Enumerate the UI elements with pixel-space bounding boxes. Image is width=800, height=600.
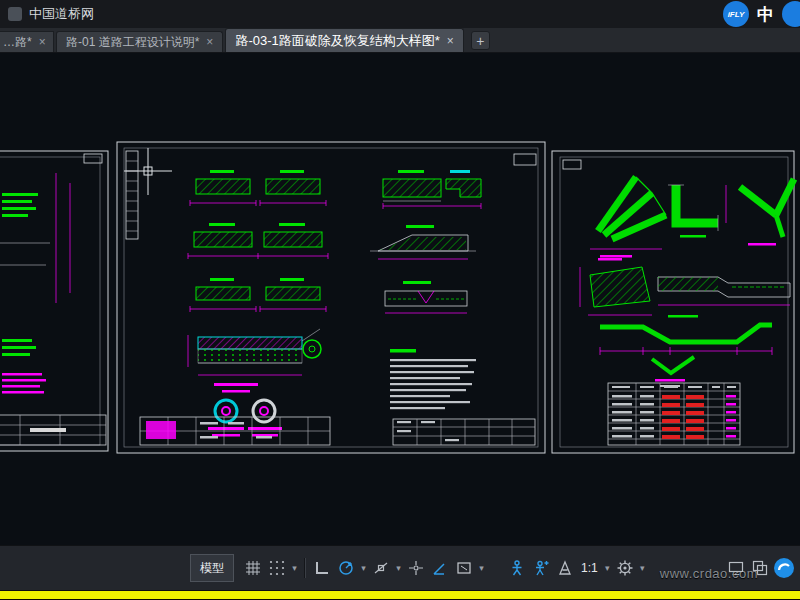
snap-dropdown-icon[interactable]: ▾ [289,563,300,573]
fan-corner-detail [590,177,666,258]
joint-wedge-detail [370,225,476,259]
dynamic-input-icon[interactable] [428,555,452,581]
pavement-section-detail [188,329,321,393]
tab-label: 路-01 道路工程设计说明* [66,34,199,51]
ifly-logo-text: iFLY [728,10,745,19]
drawing-sheet-left [0,151,108,451]
selection-dropdown-icon[interactable]: ▾ [476,563,487,573]
graphics-performance-icon[interactable] [772,555,796,581]
bottom-highlight-bar [0,591,800,600]
title-bar: 中国道桥网 iFLY 中 [0,0,800,28]
small-v-detail [652,357,694,387]
ifly-logo-icon[interactable]: iFLY [723,1,749,27]
tab-drawing-1[interactable]: …路* × [0,31,54,52]
ime-language-label: 中 [757,3,774,26]
polar-dropdown-icon[interactable]: ▾ [358,563,369,573]
drawing-sheet-right [552,151,794,453]
polar-tracking-icon[interactable] [334,555,358,581]
annotation-scale-button[interactable]: 1:1 [577,561,602,575]
cad-application-window: 中国道桥网 iFLY 中 …路* × 路-01 道路工程设计说明* × 路-03… [0,0,800,600]
tab-close-icon[interactable]: × [206,36,213,48]
watermark: www.crdao.com [660,566,758,581]
annotation-monitor-icon[interactable] [553,555,577,581]
snap-mode-icon[interactable] [265,555,289,581]
snap-tracking-icon[interactable] [404,555,428,581]
model-space-button[interactable]: 模型 [190,554,234,582]
cad-drawing [0,53,800,545]
stepped-slab-detail [658,277,790,305]
corner-band-detail [668,185,726,238]
file-tab-bar: …路* × 路-01 道路工程设计说明* × 路-03-1路面破除及恢复结构大样… [0,28,800,53]
hatched-block-detail [580,258,652,315]
site-logo-icon [8,7,22,21]
annotation-autoscale-icon[interactable] [529,555,553,581]
osnap-dropdown-icon[interactable]: ▾ [393,563,404,573]
tab-label: 路-03-1路面破除及恢复结构大样图* [235,32,439,50]
tab-drawing-2[interactable]: 路-01 道路工程设计说明* × [56,31,223,52]
statusbar-separator [304,558,306,578]
new-tab-button[interactable]: + [471,31,490,50]
crosshair-cursor [124,148,172,195]
tab-close-icon[interactable]: × [39,36,46,48]
settings-gear-icon[interactable] [613,555,637,581]
ortho-mode-icon[interactable] [310,555,334,581]
selection-cycling-icon[interactable] [452,555,476,581]
object-snap-icon[interactable] [369,555,393,581]
grid-display-icon[interactable] [241,555,265,581]
drawing-sheet-middle [117,142,545,453]
tab-drawing-3-active[interactable]: 路-03-1路面破除及恢复结构大样图* × [225,28,463,52]
fork-band-detail [740,179,794,246]
legend-table [393,419,535,445]
pavement-layer-bars [188,170,328,312]
model-space-canvas[interactable] [0,53,800,545]
slab-details-top-right [383,170,481,209]
scale-dropdown-icon[interactable]: ▾ [602,563,613,573]
schedule-table [608,383,740,445]
tab-label: …路* [3,34,32,51]
ime-partial-icon[interactable] [782,1,800,27]
notch-slab-detail [385,281,467,313]
cross-section-polyline [600,315,772,355]
site-name: 中国道桥网 [29,5,94,23]
annotation-visibility-icon[interactable] [505,555,529,581]
title-block [140,417,330,445]
notes-block [390,349,476,409]
tab-close-icon[interactable]: × [447,35,454,47]
settings-dropdown-icon[interactable]: ▾ [637,563,648,573]
